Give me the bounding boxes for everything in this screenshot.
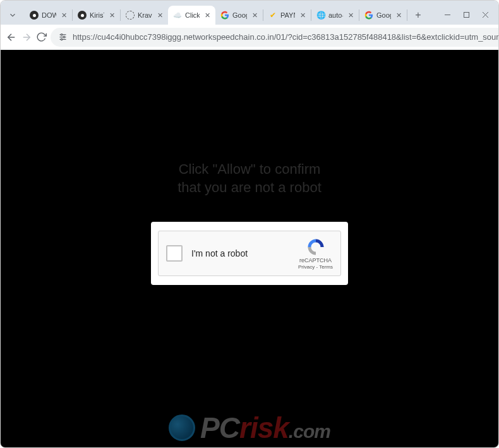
forward-button[interactable]	[21, 28, 32, 46]
tab-title: Kraver	[138, 11, 152, 19]
watermark-pc: PC	[200, 411, 239, 444]
arrow-right-icon	[21, 32, 32, 43]
tab-download[interactable]: DOWN ✕	[25, 6, 72, 25]
svg-point-11	[61, 39, 63, 40]
favicon-loading-icon	[126, 11, 135, 20]
tab-title: Googl	[232, 11, 247, 19]
captcha-brand: reCAPTCHA Privacy - Terms	[298, 238, 333, 270]
browser-window: DOWN ✕ KirisTV ✕ Kraver ✕ ☁️ Click " ✕ G…	[0, 0, 499, 448]
close-icon	[482, 11, 489, 18]
tab-title: KirisTV	[90, 11, 104, 19]
tab-title: Googl	[376, 11, 391, 19]
tab-title: auto-l	[328, 11, 343, 19]
page-content: Click "Allow" to confirm that you are no…	[1, 50, 498, 447]
address-bar[interactable]: https://cu4c4i0hubcc7398iggg.networkspee…	[51, 28, 499, 47]
tune-icon	[58, 32, 68, 42]
captcha-brand-text: reCAPTCHA	[299, 257, 332, 263]
favicon-check-icon: ✔	[268, 11, 277, 20]
favicon-dark-icon	[30, 11, 39, 20]
tab-auto[interactable]: 🌐 auto-l ✕	[311, 6, 359, 25]
instruction-text: Click "Allow" to confirm that you are no…	[177, 160, 322, 197]
tab-google-2[interactable]: Googl ✕	[359, 6, 407, 25]
watermark-badge-icon	[169, 415, 195, 441]
tab-close-button[interactable]: ✕	[298, 11, 307, 20]
tab-close-button[interactable]: ✕	[203, 11, 212, 20]
captcha-checkbox[interactable]	[166, 245, 183, 262]
tab-strip: DOWN ✕ KirisTV ✕ Kraver ✕ ☁️ Click " ✕ G…	[1, 1, 498, 25]
watermark-text: PCrisk.com	[200, 411, 330, 445]
tab-kiristv[interactable]: KirisTV ✕	[73, 6, 120, 25]
watermark-com: .com	[289, 421, 330, 442]
tab-search-button[interactable]	[4, 7, 21, 23]
arrow-left-icon	[6, 32, 17, 43]
watermark: PCrisk.com	[1, 411, 498, 445]
tab-close-button[interactable]: ✕	[394, 11, 403, 20]
tab-title: Click "	[185, 11, 200, 19]
tab-close-button[interactable]: ✕	[346, 11, 355, 20]
captcha-card: I'm not a robot reCAPTCHA Privacy - Term…	[151, 222, 348, 285]
back-button[interactable]	[6, 28, 17, 46]
instruction-line-2: that you are not a robot	[177, 179, 322, 197]
favicon-cloud-icon: ☁️	[173, 11, 182, 20]
watermark-risk: risk	[239, 411, 289, 444]
tab-close-button[interactable]: ✕	[107, 11, 116, 20]
tab-click-allow[interactable]: ☁️ Click " ✕	[168, 6, 215, 25]
reload-button[interactable]	[36, 28, 47, 46]
tab-divider	[407, 9, 407, 21]
close-window-button[interactable]	[476, 7, 495, 22]
tab-google-1[interactable]: Googl ✕	[215, 6, 263, 25]
tab-close-button[interactable]: ✕	[59, 11, 68, 20]
captcha-links[interactable]: Privacy - Terms	[298, 264, 333, 270]
svg-rect-1	[464, 12, 469, 17]
favicon-google-icon	[364, 11, 373, 20]
svg-point-9	[61, 34, 63, 36]
chevron-down-icon	[8, 11, 17, 20]
url-text: https://cu4c4i0hubcc7398iggg.networkspee…	[73, 32, 499, 42]
tab-title: PAYME	[280, 11, 295, 19]
tab-close-button[interactable]: ✕	[155, 11, 164, 20]
tab-close-button[interactable]: ✕	[250, 11, 259, 20]
maximize-button[interactable]	[457, 7, 476, 22]
favicon-dark-icon	[78, 11, 87, 20]
recaptcha-widget: I'm not a robot reCAPTCHA Privacy - Term…	[158, 231, 341, 276]
site-info-button[interactable]	[58, 32, 68, 42]
captcha-label: I'm not a robot	[191, 248, 298, 258]
favicon-google-icon	[220, 11, 229, 20]
recaptcha-logo-icon	[306, 238, 325, 257]
reload-icon	[36, 32, 47, 42]
maximize-icon	[463, 11, 470, 18]
new-tab-button[interactable]: +	[410, 7, 426, 23]
tab-title: DOWN	[42, 11, 56, 19]
toolbar: https://cu4c4i0hubcc7398iggg.networkspee…	[1, 25, 498, 50]
tab-kraver[interactable]: Kraver ✕	[121, 6, 168, 25]
instruction-line-1: Click "Allow" to confirm	[177, 160, 322, 179]
favicon-globe-icon: 🌐	[316, 11, 325, 20]
tab-payment[interactable]: ✔ PAYME ✕	[263, 6, 311, 25]
svg-point-10	[63, 36, 65, 38]
window-controls	[438, 7, 495, 22]
minimize-icon	[444, 11, 451, 18]
minimize-button[interactable]	[438, 7, 457, 22]
